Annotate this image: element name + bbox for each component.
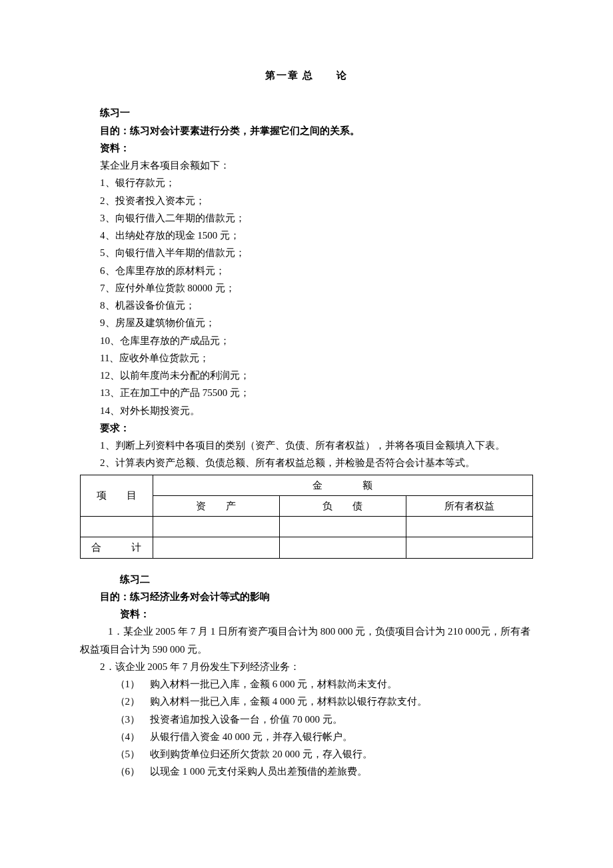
classification-table: 项 目 金 额 资 产 负 债 所有者权益 合 计 <box>80 475 533 559</box>
list-item: 14、对外长期投资元。 <box>100 402 533 419</box>
list-item: 12、以前年度尚未分配的利润元； <box>100 367 533 384</box>
col-project: 项 目 <box>81 475 153 517</box>
transaction-item: （2） 购入材料一批已入库，金额 4 000 元，材料款以银行存款支付。 <box>80 693 533 710</box>
exercise-2-heading: 练习二 <box>80 571 533 588</box>
list-item: 3、向银行借入二年期的借款元； <box>100 209 533 227</box>
row-total-label: 合 计 <box>81 537 153 558</box>
list-item: 9、房屋及建筑物价值元； <box>100 314 533 331</box>
col-amount: 金 额 <box>153 475 532 495</box>
list-item: 4、出纳处存放的现金 1500 元； <box>100 227 533 244</box>
col-equity: 所有者权益 <box>406 495 532 516</box>
exercise-2-goal: 目的：练习经济业务对会计等式的影响 <box>80 588 533 605</box>
table-row: 项 目 金 额 <box>81 475 533 495</box>
list-item: 1、银行存款元； <box>100 174 533 191</box>
exercise-1-req2: 2、计算表内资产总额、负债总额、所有者权益总额，并检验是否符合会计基本等式。 <box>80 454 533 471</box>
list-item: 6、仓库里存放的原材料元； <box>100 262 533 279</box>
list-item: 5、向银行借入半年期的借款元； <box>100 244 533 261</box>
list-item: 13、正在加工中的产品 75500 元； <box>100 384 533 401</box>
exercise-2-material-label: 资料： <box>80 605 533 623</box>
transaction-item: （1） 购入材料一批已入库，金额 6 000 元，材料款尚未支付。 <box>80 675 533 693</box>
table-row-total: 合 计 <box>81 537 533 558</box>
list-item: 2、投资者投入资本元； <box>100 192 533 209</box>
exercise-2-para2: 2．该企业 2005 年 7 月份发生下列经济业务： <box>80 658 533 675</box>
list-item: 7、应付外单位货款 80000 元； <box>100 279 533 297</box>
transaction-item: （3） 投资者追加投入设备一台，价值 70 000 元。 <box>80 711 533 728</box>
chapter-title: 第一章 总 论 <box>80 67 533 84</box>
transaction-item: （5） 收到购货单位归还所欠货款 20 000 元，存入银行。 <box>80 745 533 763</box>
exercise-1-material-label: 资料： <box>80 139 533 157</box>
table-row <box>81 517 533 537</box>
exercise-2-para1: 1．某企业 2005 年 7 月 1 日所有资产项目合计为 800 000 元，… <box>80 623 533 658</box>
list-item: 8、机器设备价值元； <box>100 297 533 314</box>
col-liabilities: 负 债 <box>279 495 406 516</box>
list-item: 11、应收外单位货款元； <box>100 349 533 367</box>
transaction-item: （4） 从银行借入资金 40 000 元，并存入银行帐户。 <box>80 728 533 745</box>
list-item: 10、仓库里存放的产成品元； <box>100 332 533 349</box>
exercise-1-req-label: 要求： <box>80 419 533 437</box>
exercise-1-heading: 练习一 <box>80 104 533 121</box>
transaction-item: （6） 以现金 1 000 元支付采购人员出差预借的差旅费。 <box>80 763 533 780</box>
exercise-1-intro: 某企业月末各项目余额如下： <box>80 157 533 174</box>
exercise-1-goal: 目的：练习对会计要素进行分类，并掌握它们之间的关系。 <box>80 122 533 139</box>
col-assets: 资 产 <box>153 495 279 516</box>
exercise-1-req1: 1、判断上列资料中各项目的类别（资产、负债、所有者权益），并将各项目金额填入下表… <box>80 437 533 454</box>
